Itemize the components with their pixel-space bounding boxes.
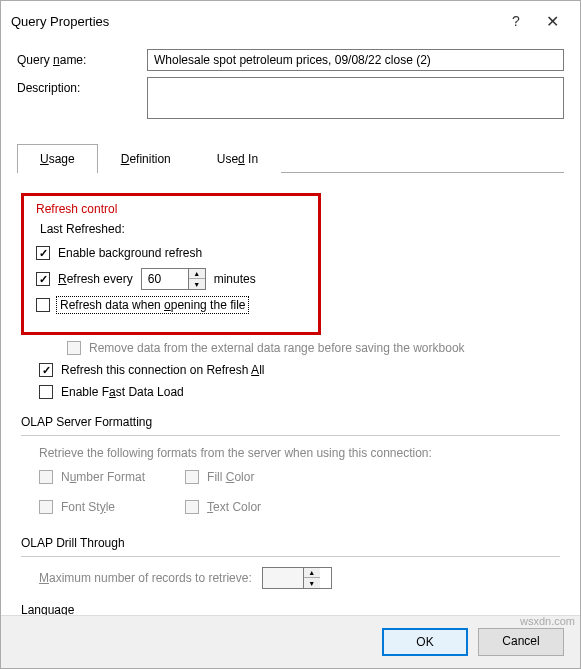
number-format-checkbox [39, 470, 53, 484]
refresh-all-checkbox[interactable] [39, 363, 53, 377]
fast-data-load-checkbox[interactable] [39, 385, 53, 399]
font-style-label: Font Style [61, 500, 115, 514]
spinner-up-icon[interactable]: ▲ [189, 269, 205, 279]
minutes-label: minutes [214, 272, 256, 286]
remove-data-checkbox [67, 341, 81, 355]
spinner-down-icon[interactable]: ▼ [189, 279, 205, 289]
font-style-checkbox [39, 500, 53, 514]
refresh-on-open-label: Refresh data when opening the file [58, 298, 247, 312]
dialog-footer: OK Cancel [1, 615, 580, 668]
spinner-down-icon: ▼ [304, 578, 320, 588]
number-format-label: Number Format [61, 470, 145, 484]
dialog-title: Query Properties [11, 14, 498, 29]
refresh-control-title: Refresh control [36, 202, 306, 216]
max-records-spinner: ▲ ▼ [262, 567, 332, 589]
language-title: Language [21, 603, 560, 615]
titlebar: Query Properties ? ✕ [1, 1, 580, 41]
query-name-label: Query name: [17, 49, 147, 67]
tab-content: Refresh control Last Refreshed: Enable b… [1, 173, 580, 615]
cancel-button[interactable]: Cancel [478, 628, 564, 656]
remove-data-label: Remove data from the external data range… [89, 341, 465, 355]
refresh-all-label: Refresh this connection on Refresh All [61, 363, 264, 377]
close-button[interactable]: ✕ [534, 9, 570, 33]
olap-drill-title: OLAP Drill Through [21, 536, 560, 550]
refresh-every-checkbox[interactable] [36, 272, 50, 286]
olap-drill-section: Maximum number of records to retrieve: ▲… [21, 556, 560, 589]
refresh-interval-spinner[interactable]: ▲ ▼ [141, 268, 206, 290]
enable-background-refresh-label: Enable background refresh [58, 246, 202, 260]
enable-background-refresh-checkbox[interactable] [36, 246, 50, 260]
olap-formatting-note: Retrieve the following formats from the … [39, 446, 560, 460]
text-color-checkbox [185, 500, 199, 514]
tab-used-in[interactable]: Used In [194, 144, 281, 173]
header-form: Query name: Description: [1, 41, 580, 135]
max-records-label: Maximum number of records to retrieve: [39, 571, 252, 585]
query-name-input[interactable] [147, 49, 564, 71]
tab-strip: Usage Definition Used In [17, 143, 564, 173]
tab-definition[interactable]: Definition [98, 144, 194, 173]
description-label: Description: [17, 77, 147, 95]
query-properties-dialog: Query Properties ? ✕ Query name: Descrip… [0, 0, 581, 669]
refresh-highlight: Refresh control Last Refreshed: Enable b… [21, 193, 321, 335]
refresh-interval-input[interactable] [142, 269, 188, 289]
ok-button[interactable]: OK [382, 628, 468, 656]
help-button[interactable]: ? [498, 9, 534, 33]
refresh-every-label: Refresh every [58, 272, 133, 286]
olap-formatting-title: OLAP Server Formatting [21, 415, 560, 429]
spinner-up-icon: ▲ [304, 568, 320, 578]
refresh-on-open-checkbox[interactable] [36, 298, 50, 312]
description-input[interactable] [147, 77, 564, 119]
tab-usage[interactable]: Usage [17, 144, 98, 173]
fill-color-checkbox [185, 470, 199, 484]
last-refreshed-label: Last Refreshed: [40, 222, 306, 236]
fast-data-load-label: Enable Fast Data Load [61, 385, 184, 399]
max-records-input [263, 568, 303, 588]
fill-color-label: Fill Color [207, 470, 254, 484]
text-color-label: Text Color [207, 500, 261, 514]
olap-formatting-section: Retrieve the following formats from the … [21, 435, 560, 522]
